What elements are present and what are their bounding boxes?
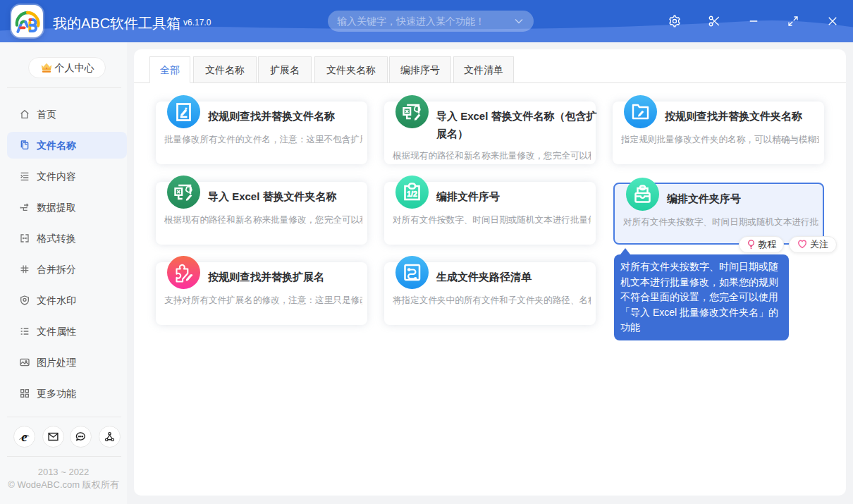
svg-text:1/2: 1/2 xyxy=(407,190,417,198)
